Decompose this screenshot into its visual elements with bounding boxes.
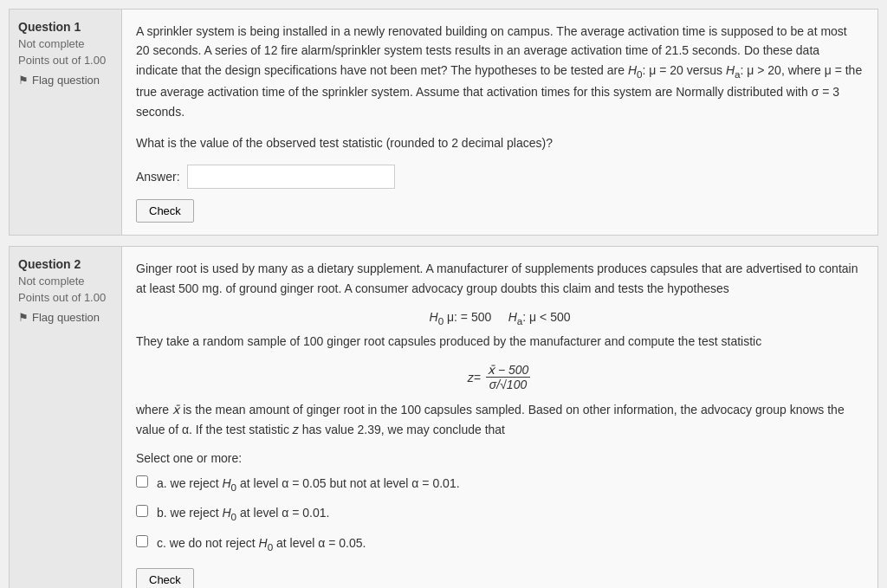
question-2-number: 2 (74, 257, 81, 271)
answer-input-1[interactable] (187, 165, 395, 189)
option-a-checkbox[interactable] (136, 475, 148, 488)
option-c-checkbox[interactable] (136, 535, 148, 547)
option-b-label: b. we reject H0 at level α = 0.01. (157, 504, 329, 524)
question-2-label: Question 2 (18, 257, 113, 271)
question-1-label: Question 1 (18, 20, 113, 34)
hypotheses-display: H0 μ: = 500 Ha: μ < 500 (136, 310, 864, 326)
option-a-row: a. we reject H0 at level α = 0.05 but no… (136, 474, 864, 494)
question-2-block: Question 2 Not complete Points out of 1.… (9, 246, 878, 588)
question-2-sample-text: They take a random sample of 100 ginger … (136, 332, 864, 351)
question-1-second-paragraph: What is the value of the observed test s… (136, 133, 864, 152)
option-b-checkbox[interactable] (136, 505, 148, 517)
question-2-status: Not complete (18, 275, 113, 288)
check-button-2[interactable]: Check (136, 568, 194, 588)
option-a-label: a. we reject H0 at level α = 0.05 but no… (157, 475, 460, 494)
formula-display: z = x̄ − 500 σ/√100 (136, 363, 864, 391)
question-2-sidebar: Question 2 Not complete Points out of 1.… (10, 247, 122, 588)
question-1-block: Question 1 Not complete Points out of 1.… (9, 9, 878, 236)
question-2-content: Ginger root is used by many as a dietary… (122, 247, 877, 588)
option-b-row: b. we reject H0 at level α = 0.01. (136, 503, 864, 524)
question-1-text: A sprinkler system is being installed in… (136, 22, 864, 121)
flag-icon-1: ⚑ (18, 74, 29, 87)
flag-question-1-button[interactable]: ⚑ Flag question (18, 74, 113, 87)
option-c-label: c. we do not reject H0 at level α = 0.05… (157, 534, 366, 554)
answer-label-1: Answer: (136, 170, 180, 184)
question-1-sidebar: Question 1 Not complete Points out of 1.… (10, 10, 122, 235)
flag-question-2-label: Flag question (32, 311, 100, 324)
question-2-xbar-desc: where x̄ is the mean amount of ginger ro… (136, 400, 864, 439)
question-1-number: 1 (74, 20, 81, 34)
question-1-points: Points out of 1.00 (18, 54, 113, 67)
question-2-intro: Ginger root is used by many as a dietary… (136, 259, 864, 298)
question-1-status: Not complete (18, 37, 113, 50)
question-1-content: A sprinkler system is being installed in… (122, 10, 877, 235)
flag-question-1-label: Flag question (32, 74, 100, 87)
question-2-points: Points out of 1.00 (18, 291, 113, 304)
flag-icon-2: ⚑ (18, 311, 29, 324)
select-label: Select one or more: (136, 451, 864, 465)
answer-row-1: Answer: (136, 165, 864, 189)
page-container: Question 1 Not complete Points out of 1.… (0, 0, 887, 588)
check-button-1[interactable]: Check (136, 199, 194, 223)
flag-question-2-button[interactable]: ⚑ Flag question (18, 311, 113, 324)
option-c-row: c. we do not reject H0 at level α = 0.05… (136, 533, 864, 554)
